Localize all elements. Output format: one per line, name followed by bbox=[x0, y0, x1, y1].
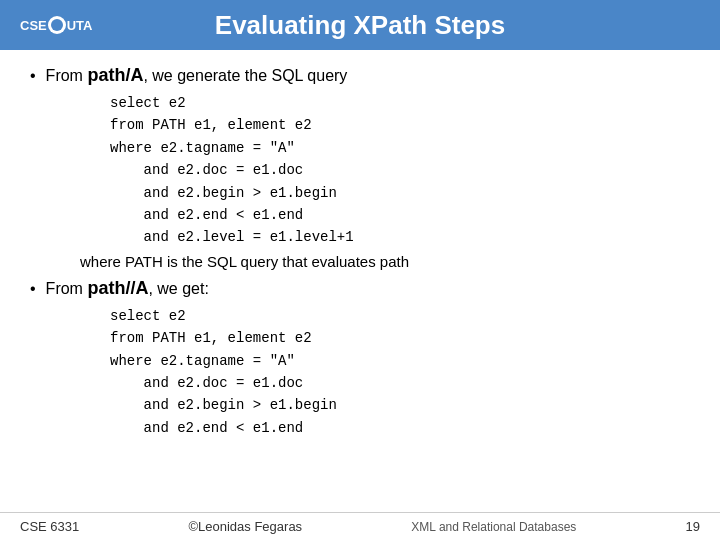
bullet-2-from-word: path//A bbox=[87, 278, 148, 298]
code-line: and e2.level = e1.level+1 bbox=[110, 226, 690, 248]
bullet-2-section: • From path//A, we get: select e2 from P… bbox=[30, 278, 690, 439]
main-content: • From path/A, we generate the SQL query… bbox=[0, 50, 720, 457]
bullet-2-text: From path//A, we get: bbox=[46, 278, 209, 299]
logo-uta: UTA bbox=[67, 18, 93, 33]
bullet-1-text: From path/A, we generate the SQL query bbox=[46, 65, 348, 86]
code-line: and e2.begin > e1.begin bbox=[110, 394, 690, 416]
code-line: from PATH e1, element e2 bbox=[110, 327, 690, 349]
logo-circle-inner bbox=[51, 19, 63, 31]
bullet-2-suffix: , we get: bbox=[148, 280, 208, 297]
code-line: and e2.begin > e1.begin bbox=[110, 182, 690, 204]
code-line: and e2.end < e1.end bbox=[110, 417, 690, 439]
code-line: and e2.doc = e1.doc bbox=[110, 372, 690, 394]
bullet-1-code: select e2 from PATH e1, element e2 where… bbox=[110, 92, 690, 249]
footer-page: 19 bbox=[686, 519, 700, 534]
where-path-text: where PATH is the SQL query that evaluat… bbox=[80, 253, 690, 270]
footer-subject: XML and Relational Databases bbox=[411, 520, 576, 534]
bullet-2-code: select e2 from PATH e1, element e2 where… bbox=[110, 305, 690, 439]
code-line: from PATH e1, element e2 bbox=[110, 114, 690, 136]
bullet-1-header: • From path/A, we generate the SQL query bbox=[30, 65, 690, 86]
code-line: where e2.tagname = "A" bbox=[110, 350, 690, 372]
code-line: select e2 bbox=[110, 92, 690, 114]
bullet-2-header: • From path//A, we get: bbox=[30, 278, 690, 299]
bullet-1-prefix: From bbox=[46, 67, 88, 84]
footer: CSE 6331 ©Leonidas Fegaras XML and Relat… bbox=[0, 512, 720, 540]
page-title: Evaluating XPath Steps bbox=[215, 10, 505, 41]
bullet-2-icon: • bbox=[30, 280, 36, 298]
bullet-1-suffix: , we generate the SQL query bbox=[143, 67, 347, 84]
code-line: select e2 bbox=[110, 305, 690, 327]
footer-author: ©Leonidas Fegaras bbox=[188, 519, 302, 534]
code-line: and e2.doc = e1.doc bbox=[110, 159, 690, 181]
logo-cse: CSE bbox=[20, 18, 47, 33]
bullet-1-icon: • bbox=[30, 67, 36, 85]
header: CSE UTA Evaluating XPath Steps bbox=[0, 0, 720, 50]
bullet-1-section: • From path/A, we generate the SQL query… bbox=[30, 65, 690, 270]
code-line: and e2.end < e1.end bbox=[110, 204, 690, 226]
bullet-1-from-word: path/A bbox=[87, 65, 143, 85]
code-line: where e2.tagname = "A" bbox=[110, 137, 690, 159]
bullet-2-prefix: From bbox=[46, 280, 88, 297]
logo-area: CSE UTA bbox=[20, 16, 93, 34]
footer-course: CSE 6331 bbox=[20, 519, 79, 534]
logo-circle bbox=[48, 16, 66, 34]
